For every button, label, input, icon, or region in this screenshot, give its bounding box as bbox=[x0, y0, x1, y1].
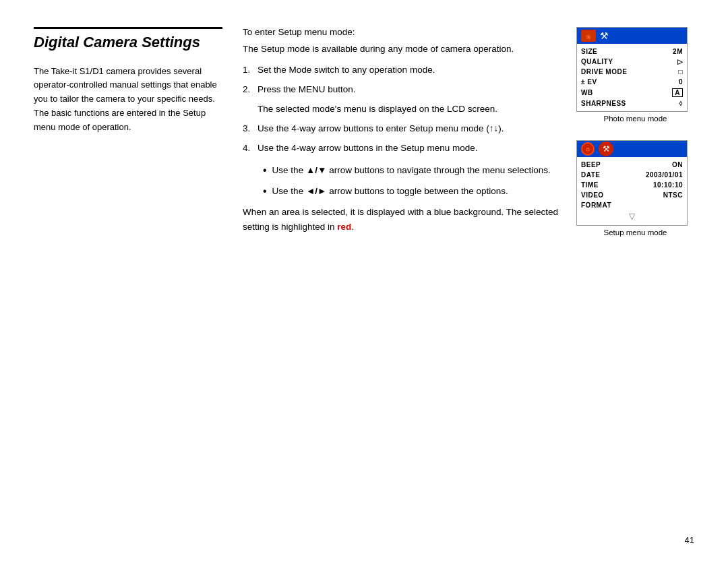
page-title: Digital Camera Settings bbox=[34, 33, 222, 53]
photo-row-size: SIZE 2M bbox=[581, 46, 683, 57]
step-2-text: Press the MENU button. bbox=[257, 83, 563, 97]
svg-rect-1 bbox=[586, 32, 591, 34]
photo-label-ev: ± EV bbox=[581, 78, 597, 86]
photo-row-drive: DRIVE MODE □ bbox=[581, 67, 683, 77]
setup-menu-selected-icon: ⚒ bbox=[599, 142, 613, 156]
bullet-list: • Use the ▲/▼ arrow buttons to navigate … bbox=[256, 164, 563, 199]
step-2-num: 2. bbox=[243, 83, 257, 97]
photo-menu-camera-icon bbox=[581, 30, 596, 42]
setup-row-date: DATE 2003/01/01 bbox=[581, 170, 683, 180]
setup-value-video: NTSC bbox=[663, 191, 683, 199]
photo-menu-container: ⚒ SIZE 2M QUALITY ▷ DRIVE MODE bbox=[576, 27, 694, 123]
photo-label-size: SIZE bbox=[581, 48, 597, 55]
step-3-text: Use the 4-way arrow buttons to enter Set… bbox=[257, 122, 563, 136]
setup-menu-body: BEEP ON DATE 2003/01/01 TIME 10:10:10 bbox=[577, 157, 687, 225]
step-3-num: 3. bbox=[243, 122, 257, 136]
section-intro2: The Setup mode is available during any m… bbox=[243, 44, 563, 54]
page-container: Digital Camera Settings The Take-it S1/D… bbox=[0, 0, 728, 562]
photo-label-wb: WB bbox=[581, 89, 593, 96]
setup-label-beep: BEEP bbox=[581, 161, 601, 168]
main-content: To enter Setup menu mode: The Setup mode… bbox=[243, 27, 563, 535]
photo-row-ev: ± EV 0 bbox=[581, 77, 683, 87]
setup-menu-lcd: ⚒ BEEP ON DATE 2003/01/01 TIME bbox=[576, 140, 688, 226]
setup-row-beep: BEEP ON bbox=[581, 160, 683, 170]
photo-label-quality: QUALITY bbox=[581, 58, 613, 65]
setup-menu-cam-circle bbox=[581, 142, 595, 156]
step-2-note-text: The selected mode's menu is displayed on… bbox=[257, 102, 563, 117]
right-column: To enter Setup menu mode: The Setup mode… bbox=[243, 27, 694, 535]
bullet-2-sym: • bbox=[263, 185, 267, 199]
step-4-num: 4. bbox=[243, 142, 257, 156]
step-1-text: Set the Mode switch to any operation mod… bbox=[257, 63, 563, 77]
setup-label-format: FORMAT bbox=[581, 201, 611, 209]
lcd-screens-column: ⚒ SIZE 2M QUALITY ▷ DRIVE MODE bbox=[576, 27, 694, 535]
setup-value-date: 2003/01/01 bbox=[646, 171, 683, 179]
highlight-red-text: red bbox=[337, 222, 351, 232]
photo-menu-body: SIZE 2M QUALITY ▷ DRIVE MODE □ ± EV bbox=[577, 44, 687, 111]
photo-row-sharpness: SHARPNESS ◊ bbox=[581, 98, 683, 108]
setup-cam-svg bbox=[584, 146, 592, 152]
setup-value-beep: ON bbox=[672, 161, 683, 168]
photo-row-quality: QUALITY ▷ bbox=[581, 57, 683, 67]
step-2-note: The selected mode's menu is displayed on… bbox=[243, 102, 563, 117]
setup-value-time: 10:10:10 bbox=[653, 181, 683, 189]
bullet-2: • Use the ◄/► arrow buttons to toggle be… bbox=[263, 185, 563, 199]
bullet-2-text: Use the ◄/► arrow buttons to toggle betw… bbox=[272, 185, 508, 199]
photo-value-sharpness: ◊ bbox=[679, 100, 683, 107]
photo-value-ev: 0 bbox=[679, 78, 683, 86]
setup-row-time: TIME 10:10:10 bbox=[581, 180, 683, 190]
photo-label-sharpness: SHARPNESS bbox=[581, 100, 626, 107]
setup-label-date: DATE bbox=[581, 171, 600, 179]
setup-label-video: VIDEO bbox=[581, 191, 604, 199]
photo-menu-wrench-icon: ⚒ bbox=[600, 30, 609, 41]
photo-value-wb: A bbox=[672, 88, 683, 97]
left-column: Digital Camera Settings The Take-it S1/D… bbox=[34, 27, 222, 535]
photo-menu-lcd: ⚒ SIZE 2M QUALITY ▷ DRIVE MODE bbox=[576, 27, 688, 112]
setup-menu-container: ⚒ BEEP ON DATE 2003/01/01 TIME bbox=[576, 140, 694, 237]
bullet-1: • Use the ▲/▼ arrow buttons to navigate … bbox=[263, 164, 563, 178]
bullet-1-sym: • bbox=[263, 164, 267, 178]
setup-wrench-icon: ⚒ bbox=[603, 144, 610, 154]
bullet-1-text: Use the ▲/▼ arrow buttons to navigate th… bbox=[272, 164, 551, 178]
photo-menu-caption: Photo menu mode bbox=[576, 115, 694, 123]
intro-paragraph: The Take-it S1/D1 camera provides severa… bbox=[34, 65, 222, 135]
svg-point-8 bbox=[587, 149, 589, 151]
photo-menu-header: ⚒ bbox=[577, 28, 687, 44]
setup-label-time: TIME bbox=[581, 181, 599, 189]
svg-rect-6 bbox=[586, 146, 590, 148]
setup-row-video: VIDEO NTSC bbox=[581, 190, 683, 200]
step-4-text: Use the 4-way arrow buttons in the Setup… bbox=[257, 142, 563, 156]
step-2: 2. Press the MENU button. bbox=[243, 83, 563, 97]
bottom-paragraph: When an area is selected, it is displaye… bbox=[243, 205, 563, 234]
setup-menu-caption: Setup menu mode bbox=[576, 228, 694, 237]
step-1: 1. Set the Mode switch to any operation … bbox=[243, 63, 563, 77]
photo-row-wb: WB A bbox=[581, 87, 683, 98]
photo-value-drive: □ bbox=[678, 68, 683, 75]
photo-value-size: 2M bbox=[673, 48, 683, 55]
setup-menu-header: ⚒ bbox=[577, 141, 687, 157]
setup-row-format: FORMAT bbox=[581, 200, 683, 210]
steps-list: 1. Set the Mode switch to any operation … bbox=[243, 63, 563, 156]
step-1-num: 1. bbox=[243, 63, 257, 77]
photo-value-quality: ▷ bbox=[677, 58, 684, 65]
page-number: 41 bbox=[685, 535, 694, 545]
step-4: 4. Use the 4-way arrow buttons in the Se… bbox=[243, 142, 563, 156]
setup-down-arrow: ▽ bbox=[581, 210, 683, 222]
svg-point-4 bbox=[588, 36, 589, 38]
photo-label-drive: DRIVE MODE bbox=[581, 68, 627, 75]
section-intro1: To enter Setup menu mode: bbox=[243, 27, 563, 37]
camera-svg bbox=[583, 32, 594, 40]
step-3: 3. Use the 4-way arrow buttons to enter … bbox=[243, 122, 563, 136]
title-section: Digital Camera Settings bbox=[34, 27, 222, 53]
